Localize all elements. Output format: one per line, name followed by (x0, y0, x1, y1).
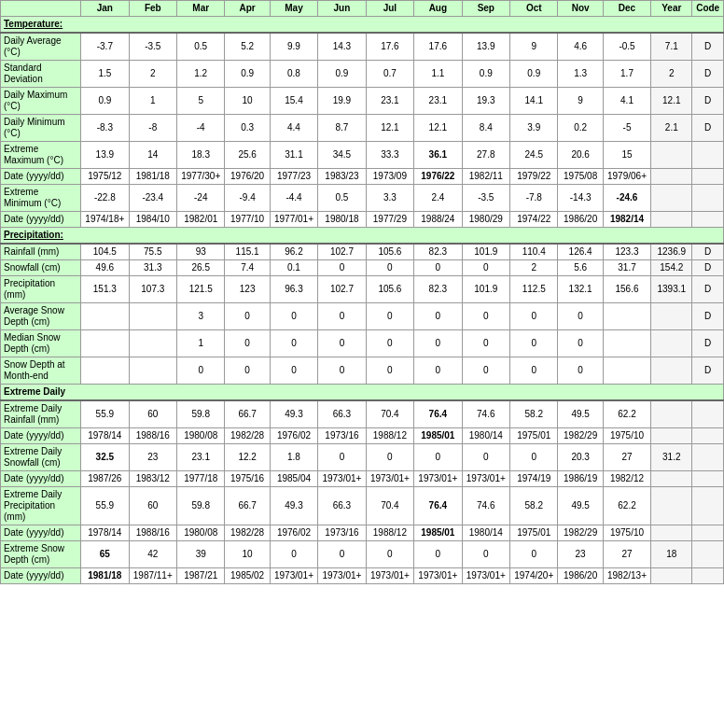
row-label: Extreme Daily Precipitation (mm) (1, 487, 81, 525)
cell-value: 58.2 (510, 487, 558, 525)
cell-value: D (692, 61, 724, 88)
column-headers: JanFebMarAprMayJunJulAugSepOctNovDecYear… (1, 1, 724, 17)
table-row: Daily Maximum (°C)0.9151015.419.923.123.… (1, 88, 724, 115)
row-label: Snowfall (cm) (1, 260, 81, 276)
cell-value: 0 (366, 444, 413, 471)
cell-value: -3.5 (462, 185, 509, 212)
cell-value: 65 (81, 541, 129, 568)
cell-value: 82.3 (414, 244, 462, 260)
cell-value: 8.7 (318, 115, 366, 142)
cell-value: 39 (177, 541, 225, 568)
cell-value: 23.1 (177, 444, 225, 471)
cell-value (651, 303, 692, 330)
cell-value: 1982/11 (462, 169, 509, 185)
cell-value: 26.5 (177, 260, 225, 276)
cell-value: 0 (270, 303, 317, 330)
cell-value: 1987/11+ (129, 568, 176, 584)
cell-value: 1982/28 (225, 525, 270, 541)
cell-value: 0.1 (270, 260, 317, 276)
cell-value: 49.5 (558, 400, 603, 428)
month-header-year: Year (651, 1, 692, 17)
cell-value: 1973/01+ (414, 568, 462, 584)
month-header-oct: Oct (510, 1, 558, 17)
cell-value: 1985/04 (270, 471, 317, 487)
cell-value: 105.6 (366, 244, 413, 260)
table-row: Daily Average (°C)-3.7-3.50.55.29.914.31… (1, 33, 724, 61)
cell-value: -14.3 (558, 185, 603, 212)
month-header-code: Code (692, 1, 724, 17)
cell-value: 1982/13+ (603, 568, 650, 584)
row-label: Precipitation (mm) (1, 276, 81, 303)
cell-value: 20.3 (558, 444, 603, 471)
row-label: Daily Minimum (°C) (1, 115, 81, 142)
cell-value (651, 525, 692, 541)
cell-value: 1987/26 (81, 471, 129, 487)
cell-value: 1975/01 (510, 525, 558, 541)
cell-value: 115.1 (225, 244, 270, 260)
cell-value: 4.1 (603, 88, 650, 115)
cell-value: 66.3 (318, 400, 366, 428)
cell-value: 59.8 (177, 400, 225, 428)
cell-value: -4.4 (270, 185, 317, 212)
cell-value: 42 (129, 541, 176, 568)
cell-value: 101.9 (462, 276, 509, 303)
table-row: Average Snow Depth (cm)300000000D (1, 303, 724, 330)
cell-value: 0.8 (270, 61, 317, 88)
cell-value (651, 400, 692, 428)
cell-value: 0 (510, 330, 558, 357)
cell-value: 82.3 (414, 276, 462, 303)
cell-value: 66.3 (318, 487, 366, 525)
row-label: Rainfall (mm) (1, 244, 81, 260)
cell-value: 0 (318, 303, 366, 330)
cell-value (692, 142, 724, 169)
cell-value: 1980/29 (462, 212, 509, 228)
cell-value: D (692, 244, 724, 260)
cell-value: 0 (462, 541, 509, 568)
cell-value: 1977/30+ (177, 169, 225, 185)
cell-value (651, 212, 692, 228)
cell-value: 107.3 (129, 276, 176, 303)
cell-value: 1973/01+ (462, 471, 509, 487)
row-label: Extreme Maximum (°C) (1, 142, 81, 169)
cell-value: 1980/14 (462, 428, 509, 444)
cell-value (651, 142, 692, 169)
cell-value: 1975/10 (603, 525, 650, 541)
cell-value: 1.8 (270, 444, 317, 471)
cell-value: 1986/20 (558, 568, 603, 584)
cell-value: D (692, 330, 724, 357)
cell-value (692, 525, 724, 541)
cell-value: 2 (129, 61, 176, 88)
section-header-1: Precipitation: (1, 228, 724, 245)
cell-value: 0 (414, 444, 462, 471)
climate-data-table: JanFebMarAprMayJunJulAugSepOctNovDecYear… (0, 0, 724, 584)
cell-value: 0 (270, 541, 317, 568)
row-label: Extreme Daily Snowfall (cm) (1, 444, 81, 471)
cell-value: 1981/18 (129, 169, 176, 185)
cell-value: 0 (318, 541, 366, 568)
cell-value: 2.1 (651, 115, 692, 142)
cell-value: D (692, 357, 724, 385)
cell-value: 17.6 (414, 33, 462, 61)
cell-value: 31.3 (129, 260, 176, 276)
cell-value: 1.2 (177, 61, 225, 88)
row-label: Extreme Minimum (°C) (1, 185, 81, 212)
row-label: Average Snow Depth (cm) (1, 303, 81, 330)
month-header-mar: Mar (177, 1, 225, 17)
cell-value: 0 (225, 330, 270, 357)
cell-value: 121.5 (177, 276, 225, 303)
cell-value: 1988/16 (129, 525, 176, 541)
cell-value: 101.9 (462, 244, 509, 260)
table-row: Extreme Minimum (°C)-22.8-23.4-24-9.4-4.… (1, 185, 724, 212)
cell-value: 0 (462, 260, 509, 276)
cell-value: 74.6 (462, 487, 509, 525)
cell-value: D (692, 88, 724, 115)
cell-value: 1982/29 (558, 525, 603, 541)
cell-value: 9.9 (270, 33, 317, 61)
cell-value: 1976/20 (225, 169, 270, 185)
cell-value: 14.1 (510, 88, 558, 115)
cell-value: 59.8 (177, 487, 225, 525)
cell-value (651, 568, 692, 584)
cell-value: -9.4 (225, 185, 270, 212)
row-label: Standard Deviation (1, 61, 81, 88)
row-label: Date (yyyy/dd) (1, 568, 81, 584)
